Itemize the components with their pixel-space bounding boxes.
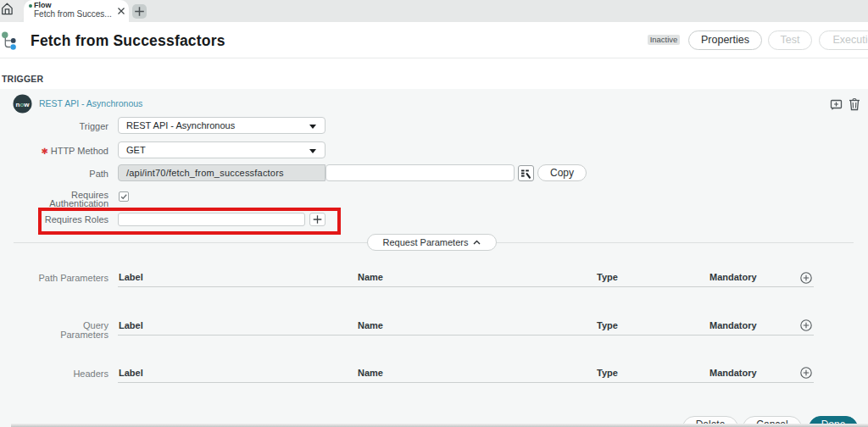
svg-text:now: now xyxy=(15,101,30,108)
